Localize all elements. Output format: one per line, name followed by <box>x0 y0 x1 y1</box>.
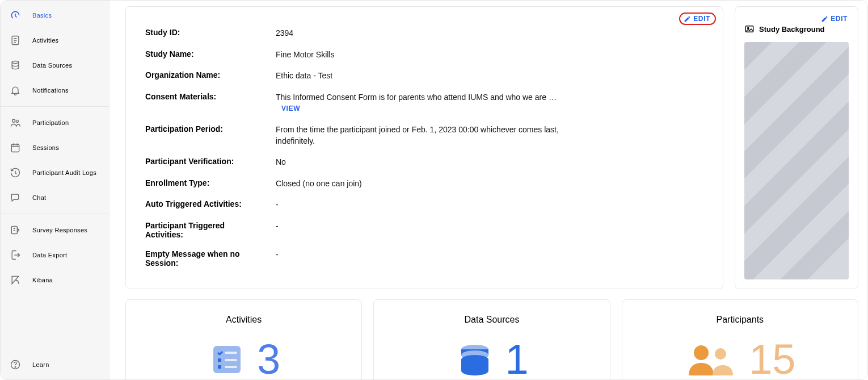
calendar-icon <box>10 142 21 153</box>
sidebar-item-kibana[interactable]: Kibana <box>1 268 109 293</box>
field-study-id: Study ID: 2394 <box>145 23 703 44</box>
field-organization-name: Organization Name: Ethic data - Test <box>145 65 703 87</box>
field-label: Study ID: <box>145 28 264 37</box>
stat-title: Participants <box>631 315 849 325</box>
edit-label: EDIT <box>693 15 710 23</box>
stat-value: 1 <box>505 339 528 379</box>
sidebar-item-chat[interactable]: Chat <box>1 185 109 210</box>
stat-value: 15 <box>749 339 795 379</box>
field-value: - <box>276 199 571 211</box>
consent-text: This Informed Consent Form is for parent… <box>276 93 557 102</box>
field-consent-materials: Consent Materials: This Informed Consent… <box>145 87 703 119</box>
view-consent-link[interactable]: VIEW <box>281 105 300 112</box>
svg-point-9 <box>748 27 749 28</box>
sidebar-item-sessions[interactable]: Sessions <box>1 135 109 160</box>
chat-icon <box>10 192 21 203</box>
svg-rect-13 <box>225 359 237 361</box>
field-auto-triggered: Auto Triggered Activities: - <box>145 194 703 216</box>
sidebar-item-data-sources[interactable]: Data Sources <box>1 53 109 78</box>
sidebar-label: Learn <box>32 361 49 368</box>
field-value: - <box>276 249 571 261</box>
help-icon <box>10 359 21 370</box>
users-big-icon <box>684 340 739 379</box>
background-title: Study Background <box>759 25 825 34</box>
sidebar-item-survey-responses[interactable]: Survey Responses <box>1 218 109 243</box>
sidebar-label: Sessions <box>32 144 59 151</box>
field-value: Closed (no one can join) <box>276 178 571 190</box>
export-icon <box>10 249 21 261</box>
field-label: Consent Materials: <box>145 92 264 101</box>
stat-card-activities[interactable]: Activities 3 <box>125 299 362 379</box>
pencil-icon <box>821 15 828 23</box>
sidebar-label: Activities <box>32 37 58 44</box>
sidebar-item-notifications[interactable]: Notifications <box>1 78 109 103</box>
sidebar-label: Participation <box>32 119 69 126</box>
study-details-card: EDIT Study ID: 2394 Study Name: Fine Mot… <box>125 6 723 289</box>
field-label: Auto Triggered Activities: <box>145 199 264 208</box>
sidebar-label: Basics <box>32 12 52 19</box>
svg-point-3 <box>16 120 18 122</box>
field-label: Participant Triggered Activities: <box>145 221 264 239</box>
field-label: Enrollment Type: <box>145 178 264 187</box>
checklist-icon <box>207 340 247 379</box>
field-label: Participation Period: <box>145 124 264 133</box>
stat-card-data-sources[interactable]: Data Sources 1 <box>373 299 610 379</box>
svg-rect-11 <box>225 352 237 354</box>
field-participant-triggered: Participant Triggered Activities: - <box>145 216 703 244</box>
stats-row: Activities 3 <box>125 299 858 379</box>
sidebar-item-audit-logs[interactable]: Participant Audit Logs <box>1 160 109 185</box>
sidebar-label: Chat <box>32 194 46 201</box>
document-icon <box>10 35 21 46</box>
field-value: From the time the participant joined or … <box>276 124 571 147</box>
field-empty-message: Empty Message when no Session: - <box>145 244 703 273</box>
svg-rect-4 <box>11 144 19 152</box>
sidebar-item-participation[interactable]: Participation <box>1 110 109 135</box>
field-study-name: Study Name: Fine Motor Skills <box>145 44 703 66</box>
study-background-card: EDIT Study Background <box>735 6 858 289</box>
database-big-icon <box>455 340 495 379</box>
field-enrollment-type: Enrollment Type: Closed (no one can join… <box>145 173 703 195</box>
svg-rect-15 <box>225 366 237 368</box>
stat-title: Data Sources <box>383 315 600 325</box>
kibana-icon <box>10 274 21 286</box>
svg-rect-12 <box>218 358 221 362</box>
sidebar-divider <box>1 214 109 214</box>
image-icon <box>744 24 755 34</box>
svg-point-20 <box>715 348 726 360</box>
stat-card-participants[interactable]: Participants 15 <box>622 299 858 379</box>
field-participant-verification: Participant Verification: No <box>145 152 703 173</box>
sidebar-item-learn[interactable]: Learn <box>1 352 109 377</box>
sidebar-divider <box>1 106 109 107</box>
bell-icon <box>10 85 21 96</box>
svg-point-19 <box>694 345 709 360</box>
users-icon <box>10 117 21 128</box>
edit-details-button[interactable]: EDIT <box>679 12 716 25</box>
sidebar-item-activities[interactable]: Activities <box>1 28 109 53</box>
sidebar-label: Data Export <box>32 252 67 258</box>
sidebar-label: Data Sources <box>32 62 72 69</box>
field-label: Study Name: <box>145 49 264 59</box>
main-content: EDIT Study ID: 2394 Study Name: Fine Mot… <box>109 1 867 379</box>
svg-point-7 <box>15 367 15 368</box>
background-image <box>744 42 849 279</box>
svg-rect-14 <box>218 365 221 369</box>
pencil-icon <box>684 15 691 23</box>
svg-rect-5 <box>11 226 17 233</box>
stat-title: Activities <box>135 315 352 325</box>
stat-value: 3 <box>257 339 280 379</box>
field-label: Empty Message when no Session: <box>145 249 264 268</box>
svg-point-2 <box>12 119 15 122</box>
app-root: Basics Activities Data Sources Notificat… <box>0 0 868 380</box>
sidebar-label: Survey Responses <box>32 227 87 233</box>
field-participation-period: Participation Period: From the time the … <box>145 119 703 152</box>
sidebar-item-basics[interactable]: Basics <box>1 3 109 28</box>
field-label: Participant Verification: <box>145 157 264 166</box>
edit-background-button[interactable]: EDIT <box>821 15 848 23</box>
history-icon <box>10 167 21 178</box>
field-value: Ethic data - Test <box>276 70 571 82</box>
field-value: - <box>276 221 571 232</box>
field-value: 2394 <box>276 28 571 39</box>
sidebar-item-data-export[interactable]: Data Export <box>1 243 109 268</box>
field-value: No <box>276 157 571 168</box>
sidebar-label: Participant Audit Logs <box>32 169 96 176</box>
